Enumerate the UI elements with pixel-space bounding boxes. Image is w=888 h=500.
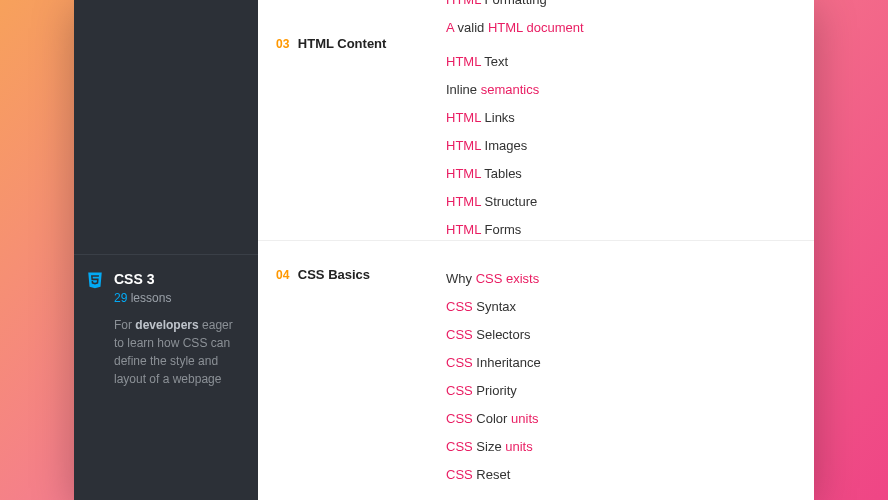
lesson-link[interactable]: HTML Formatting: [446, 0, 814, 14]
lesson-link[interactable]: Why CSS exists: [446, 265, 814, 293]
lesson-highlight: HTML: [446, 222, 481, 237]
lesson-link[interactable]: CSS Syntax: [446, 293, 814, 321]
sidebar-lesson-count: 29 lessons: [114, 288, 246, 306]
sidebar-spacer-top: [74, 0, 258, 254]
section-03-body: HTML FormattingA valid HTML document 03 …: [258, 0, 814, 240]
sidebar-section-meta: CSS 3 29 lessons For developers eager to…: [114, 271, 246, 388]
lesson-highlight: CSS: [446, 467, 473, 482]
lesson-text: Priority: [473, 383, 517, 398]
lesson-highlight: HTML document: [488, 20, 584, 35]
lesson-highlight: CSS exists: [476, 271, 540, 286]
lesson-link[interactable]: CSS Inheritance: [446, 349, 814, 377]
lesson-highlight: CSS: [446, 327, 473, 342]
section-03-lessons: HTML TextInline semanticsHTML LinksHTML …: [446, 48, 814, 244]
desc-pre: For: [114, 318, 135, 332]
lesson-highlight: HTML: [446, 54, 481, 69]
sidebar-section-css3[interactable]: CSS 3 29 lessons For developers eager to…: [74, 255, 258, 404]
section-04-number: 04: [276, 268, 289, 282]
lesson-text: Inline: [446, 82, 481, 97]
lesson-link[interactable]: HTML Forms: [446, 216, 814, 244]
lesson-highlight: HTML: [446, 138, 481, 153]
section-03-title: HTML Content: [298, 36, 387, 51]
section-03-prelessons: HTML FormattingA valid HTML document: [446, 0, 814, 42]
lesson-highlight: CSS: [446, 355, 473, 370]
desc-bold: developers: [135, 318, 198, 332]
lesson-link[interactable]: Inline semantics: [446, 76, 814, 104]
lesson-text: Structure: [481, 194, 537, 209]
lesson-text: Formatting: [481, 0, 547, 7]
main-content: HTML FormattingA valid HTML document 03 …: [258, 0, 814, 500]
sidebar-section-title: CSS 3: [114, 271, 246, 288]
lesson-highlight: units: [505, 439, 532, 454]
lesson-link[interactable]: CSS Size units: [446, 433, 814, 461]
lesson-link[interactable]: CSS Priority: [446, 377, 814, 405]
lesson-text: Images: [481, 138, 527, 153]
section-03-number: 03: [276, 37, 289, 51]
page-background: CSS 3 29 lessons For developers eager to…: [0, 0, 888, 500]
lesson-highlight: CSS: [446, 299, 473, 314]
lesson-highlight: semantics: [481, 82, 540, 97]
css3-icon: [86, 271, 104, 388]
lesson-link[interactable]: A valid HTML document: [446, 14, 814, 42]
lesson-highlight: HTML: [446, 194, 481, 209]
lesson-text: Forms: [481, 222, 521, 237]
sidebar-lesson-count-label: lessons: [127, 291, 171, 305]
section-04-title: CSS Basics: [298, 267, 370, 282]
lesson-text: Size: [473, 439, 506, 454]
lesson-text: Tables: [481, 166, 522, 181]
lesson-highlight: CSS: [446, 439, 473, 454]
sidebar-section-description: For developers eager to learn how CSS ca…: [114, 316, 246, 388]
section-04-lessons: Why CSS existsCSS SyntaxCSS SelectorsCSS…: [446, 265, 814, 489]
lesson-text: Inheritance: [473, 355, 541, 370]
lesson-highlight: HTML: [446, 166, 481, 181]
lesson-link[interactable]: HTML Structure: [446, 188, 814, 216]
lesson-text: Text: [481, 54, 508, 69]
lesson-highlight: units: [511, 411, 538, 426]
lesson-link[interactable]: CSS Reset: [446, 461, 814, 489]
sidebar: CSS 3 29 lessons For developers eager to…: [74, 0, 258, 500]
lesson-link[interactable]: HTML Tables: [446, 160, 814, 188]
lesson-highlight: CSS: [446, 411, 473, 426]
lesson-link[interactable]: HTML Text: [446, 48, 814, 76]
lesson-text: Syntax: [473, 299, 516, 314]
content-panel: CSS 3 29 lessons For developers eager to…: [74, 0, 814, 500]
lesson-text: Why: [446, 271, 476, 286]
lesson-text: Color: [473, 411, 511, 426]
lesson-text: Selectors: [473, 327, 531, 342]
section-03-label: 03 HTML Content: [276, 34, 386, 52]
lesson-link[interactable]: CSS Selectors: [446, 321, 814, 349]
lesson-link[interactable]: HTML Links: [446, 104, 814, 132]
lesson-highlight: A: [446, 20, 454, 35]
lesson-text: Links: [481, 110, 515, 125]
lesson-text: valid: [454, 20, 488, 35]
sidebar-lesson-count-number: 29: [114, 291, 127, 305]
lesson-highlight: HTML: [446, 110, 481, 125]
lesson-link[interactable]: HTML Images: [446, 132, 814, 160]
section-04-body: 04 CSS Basics Why CSS existsCSS SyntaxCS…: [258, 241, 814, 500]
lesson-highlight: CSS: [446, 383, 473, 398]
section-04-label: 04 CSS Basics: [276, 265, 370, 283]
lesson-highlight: HTML: [446, 0, 481, 7]
lesson-link[interactable]: CSS Color units: [446, 405, 814, 433]
lesson-text: Reset: [473, 467, 511, 482]
